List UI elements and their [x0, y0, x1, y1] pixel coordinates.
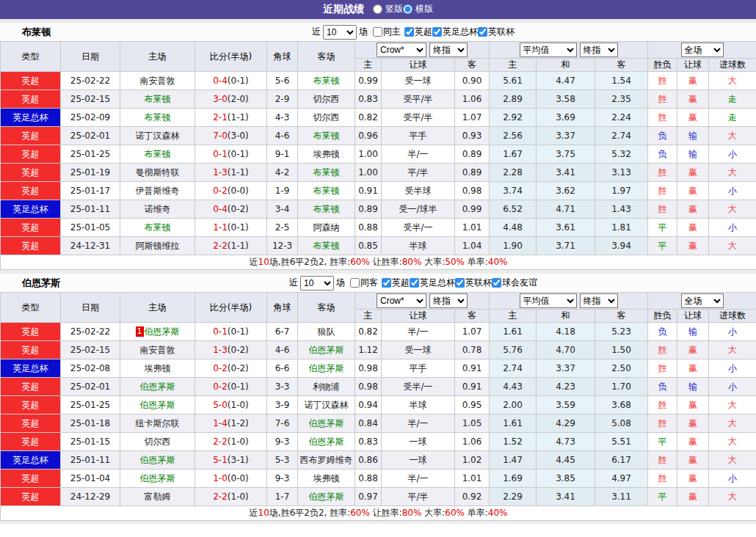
match-row: 英超25-02-01伯恩茅斯0-2(0-1)3-3利物浦0.98受半/一0.91…	[1, 378, 756, 396]
header-select-0-0[interactable]: Crow*	[377, 43, 426, 57]
full-time-score: 5-0	[213, 400, 228, 410]
col-header-2: 主场	[120, 42, 195, 72]
result-outcome: 负	[648, 145, 677, 164]
match-date: 24-12-31	[61, 237, 120, 255]
header-select-1-1[interactable]: 终指	[580, 293, 618, 308]
result-goals: 小	[709, 145, 756, 164]
same-venue-checkbox-input[interactable]	[373, 27, 382, 37]
score: 0-4(0-2)	[195, 200, 267, 219]
league-checkbox-input[interactable]	[492, 278, 501, 288]
league-checkbox-input[interactable]	[432, 27, 442, 37]
avg-home: 1.47	[490, 451, 537, 470]
home-team: 曼彻斯特联	[120, 164, 195, 182]
games-label: 场	[336, 277, 345, 289]
home-team-name: 布莱顿	[145, 222, 171, 233]
corner-count: 5-6	[267, 72, 298, 90]
league-checkbox-input[interactable]	[410, 278, 419, 288]
result-handicap: 赢	[677, 488, 709, 506]
header-select-1-0[interactable]: 平均值	[520, 43, 577, 57]
odds-home: 0.89	[355, 200, 382, 219]
home-team-name: 伯恩茅斯	[140, 473, 175, 483]
avg-draw: 3.61	[537, 219, 595, 237]
layout-radio-input[interactable]	[373, 4, 382, 14]
result-handicap: 赢	[677, 396, 709, 414]
league-checkbox-label: 英足总杯	[420, 277, 455, 289]
competition-badge: 英足总杯	[1, 200, 61, 219]
table-header: 类型日期主场比分(半场)角球客场Crow*终指平均值终指全场主让球客主和客胜负让…	[1, 293, 756, 323]
summary-part: 40%	[488, 508, 508, 518]
layout-radio-horizontal[interactable]: 横版	[403, 3, 433, 15]
league-checkbox-1[interactable]: 英足总杯	[410, 277, 455, 289]
recent-count-select[interactable]: 10	[300, 276, 334, 291]
full-time-score: 3-0	[213, 94, 228, 104]
result-handicap: 赢	[677, 90, 709, 109]
avg-away: 2.35	[595, 90, 648, 109]
result-outcome: 胜	[648, 470, 677, 488]
header-select-0-1[interactable]: 终指	[429, 43, 468, 57]
same-venue-checkbox-input[interactable]	[350, 278, 360, 288]
subcol-header: 让球	[677, 310, 709, 323]
away-team: 利物浦	[298, 378, 355, 396]
same-venue-checkbox[interactable]: 同主	[373, 26, 401, 38]
league-checkbox-2[interactable]: 英联杯	[478, 26, 515, 38]
away-team-name: 切尔西	[313, 94, 340, 104]
corner-count: 9-3	[267, 433, 298, 451]
match-row: 英超25-01-05布莱顿1-1(0-1)2-5阿森纳0.88受半/一1.014…	[1, 219, 756, 237]
home-team: 南安普敦	[120, 341, 195, 359]
col-header-3: 比分(半场)	[195, 42, 267, 72]
avg-draw: 3.75	[537, 145, 595, 164]
league-checkbox-label: 英超	[392, 277, 410, 289]
odds-home: 0.88	[355, 470, 382, 488]
same-venue-checkbox[interactable]: 同客	[350, 277, 378, 289]
odds-home: 0.88	[355, 219, 382, 237]
league-checkbox-3[interactable]: 球会友谊	[492, 277, 537, 289]
league-checkbox-input[interactable]	[478, 27, 487, 37]
result-outcome: 胜	[648, 341, 677, 359]
team-section-bar: 伯恩茅斯近10场同客英超英足总杯英联杯球会友谊	[0, 274, 756, 292]
result-outcome: 胜	[648, 182, 677, 200]
league-checkbox-input[interactable]	[382, 278, 391, 288]
corner-count: 5-3	[267, 451, 298, 470]
header-select-0-0[interactable]: Crow*	[377, 293, 426, 308]
away-team: 布莱顿	[298, 237, 355, 255]
header-select-0-1[interactable]: 终指	[429, 293, 468, 308]
league-checkbox-2[interactable]: 英联杯	[455, 277, 492, 289]
full-time-score: 2-2	[213, 492, 228, 502]
subcol-header: 客	[455, 59, 490, 72]
header-select-2-0[interactable]: 全场	[681, 293, 724, 308]
match-date: 25-02-08	[61, 359, 120, 378]
away-team: 切尔西	[298, 109, 355, 127]
col-header-4: 角球	[267, 293, 298, 323]
layout-radio-vertical[interactable]: 竖版	[373, 3, 403, 15]
full-time-score: 0-4	[213, 76, 228, 86]
header-group-0: Crow*终指	[355, 42, 490, 59]
handicap: 平/半	[382, 164, 455, 182]
league-checkbox-input[interactable]	[404, 27, 414, 37]
header-select-1-0[interactable]: 平均值	[520, 293, 577, 308]
away-team-name: 西布罗姆维奇	[300, 455, 353, 465]
match-row: 英超25-01-18纽卡斯尔联1-4(1-2)7-6伯恩茅斯0.84半/一1.0…	[1, 414, 756, 433]
match-row: 英超25-02-01诺丁汉森林7-0(3-0)4-6布莱顿0.96平手0.932…	[1, 127, 756, 145]
recent-count-select[interactable]: 10	[323, 25, 357, 40]
layout-radio-input[interactable]	[403, 4, 412, 14]
avg-home: 5.61	[490, 72, 537, 90]
match-date: 25-01-04	[61, 470, 120, 488]
league-checkbox-1[interactable]: 英足总杯	[432, 26, 478, 38]
avg-draw: 4.47	[537, 72, 595, 90]
home-team: 布莱顿	[120, 109, 195, 127]
away-team: 布莱顿	[298, 182, 355, 200]
handicap: 平手	[382, 359, 455, 378]
header-select-1-1[interactable]: 终指	[580, 43, 618, 57]
handicap: 受平/半	[382, 90, 455, 109]
league-checkbox-0[interactable]: 英超	[404, 26, 432, 38]
league-checkbox-0[interactable]: 英超	[382, 277, 410, 289]
header-select-2-0[interactable]: 全场	[681, 43, 724, 57]
home-team: 伯恩茅斯	[120, 378, 195, 396]
half-time-score: (1-0)	[228, 400, 249, 410]
match-row: 英超24-12-29富勒姆2-2(1-0)1-7伯恩茅斯0.97平/半0.922…	[1, 488, 756, 506]
corner-count: 3-9	[267, 396, 298, 414]
corner-count: 3-3	[267, 378, 298, 396]
league-checkbox-input[interactable]	[455, 278, 465, 288]
score: 1-1(0-1)	[195, 219, 267, 237]
corner-count: 1-7	[267, 488, 298, 506]
